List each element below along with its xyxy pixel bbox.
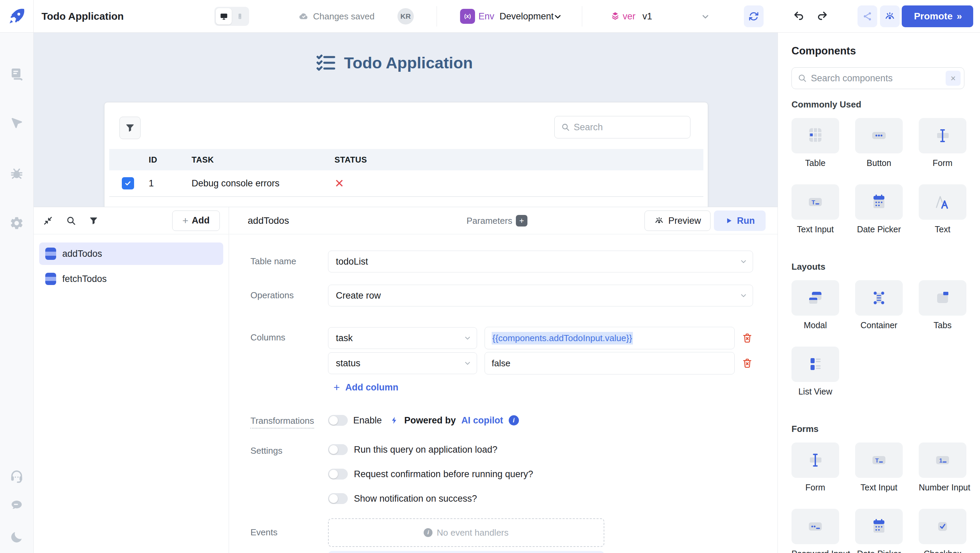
text-input-icon: T (804, 194, 826, 210)
query-list-item-addtodos[interactable]: addTodos (39, 243, 223, 265)
device-toggle[interactable] (215, 7, 249, 26)
version-layers-icon (610, 11, 620, 22)
add-parameter-button[interactable]: + (516, 215, 527, 227)
column-key-value: status (336, 358, 360, 369)
component-card-date-picker[interactable]: Date Picker (855, 184, 903, 234)
component-card-container[interactable]: Container (855, 280, 903, 330)
notify-on-success-toggle[interactable] (328, 493, 348, 504)
preview-label: Preview (668, 216, 701, 226)
table-header-id[interactable]: ID (149, 155, 192, 165)
query-list: addTodos fetchTodos (34, 234, 229, 301)
add-query-label: Add (192, 215, 210, 226)
promote-button[interactable]: Promote » (902, 5, 973, 27)
component-card-button[interactable]: Button (855, 118, 903, 168)
run-button[interactable]: Run (714, 211, 765, 231)
table-search[interactable] (554, 116, 690, 138)
component-card-text-input[interactable]: T Text Input (791, 184, 839, 234)
table-header-task[interactable]: TASK (192, 155, 334, 165)
info-icon[interactable]: i (509, 415, 519, 426)
delete-column-trash-icon[interactable] (741, 332, 753, 344)
component-card-tabs[interactable]: Tabs (919, 280, 966, 330)
columns-label: Columns (250, 327, 328, 394)
add-query-button[interactable]: + Add (172, 211, 220, 231)
refresh-button[interactable] (744, 5, 764, 27)
app-canvas: Todo Application ID TASK STATUS (34, 33, 778, 207)
search-icon (797, 73, 808, 83)
transformations-label: Transformations (250, 413, 328, 429)
component-card-modal[interactable]: Modal (791, 280, 839, 330)
table-name-label: Table name (250, 251, 328, 272)
components-search[interactable]: × (791, 67, 964, 89)
redo-button[interactable] (816, 10, 828, 22)
desktop-toggle-button[interactable] (216, 8, 232, 24)
component-card-text[interactable]: Text (919, 184, 966, 234)
version-chevron-down-icon[interactable] (700, 11, 711, 22)
table-icon (804, 127, 826, 144)
events-empty-box: i No event handlers (328, 518, 605, 547)
component-card-number-input[interactable]: 1 Number Input (919, 442, 966, 493)
inspector-pointer-icon[interactable] (9, 116, 24, 130)
preview-button[interactable]: Preview (644, 211, 711, 231)
version-selector[interactable]: v1 (643, 0, 652, 33)
form-icon (932, 127, 953, 144)
table-name-select[interactable]: todoList (328, 251, 753, 272)
database-query-icon (45, 248, 56, 260)
component-card-password-input[interactable]: Password Input (791, 509, 839, 553)
component-label: Checkbox (919, 549, 966, 553)
table-filter-button[interactable] (119, 117, 140, 139)
operations-select[interactable]: Create row (328, 284, 753, 307)
component-card-table[interactable]: Table (791, 118, 839, 168)
component-card-form[interactable]: Form (919, 118, 966, 168)
env-selector[interactable]: Development (500, 0, 554, 33)
avatar[interactable]: KR (398, 8, 414, 24)
confirm-before-run-toggle[interactable] (328, 469, 348, 480)
undo-button[interactable] (793, 10, 805, 22)
component-card-date-picker[interactable]: Date Picker (855, 509, 903, 553)
save-status-text: Changes saved (313, 11, 375, 22)
modal-icon (804, 290, 826, 306)
table-search-input[interactable] (574, 122, 684, 133)
delete-column-trash-icon[interactable] (741, 358, 753, 369)
component-card-checkbox[interactable]: Checkbox (919, 509, 966, 553)
component-card-form[interactable]: Form (791, 442, 839, 493)
query-filter-icon[interactable] (89, 216, 98, 226)
query-list-item-fetchtodos[interactable]: fetchTodos (39, 268, 223, 290)
support-headset-icon[interactable] (9, 469, 24, 484)
section-title-forms: Forms (791, 424, 964, 434)
settings-gear-icon[interactable] (9, 216, 24, 230)
filter-funnel-icon (125, 123, 135, 133)
released-version-button[interactable] (880, 5, 900, 27)
column-value-input[interactable]: {{components.addTodoInput.value}} (485, 327, 735, 349)
env-chevron-down-icon[interactable] (553, 11, 563, 22)
query-title[interactable]: addTodos (248, 207, 289, 234)
comments-chat-icon[interactable] (10, 498, 24, 512)
column-value-input[interactable]: false (485, 352, 735, 375)
ai-copilot-link[interactable]: AI copilot (461, 415, 503, 426)
row-checkbox-checked[interactable] (122, 177, 134, 189)
operations-value: Create row (336, 291, 381, 301)
app-logo[interactable] (0, 0, 34, 32)
table-row[interactable]: 1 Debug console errors ✕ (109, 170, 703, 197)
column-key-select[interactable]: task (328, 327, 477, 349)
component-card-list-view[interactable]: List View (791, 346, 839, 397)
transformations-label-text: Transformations (250, 416, 314, 429)
debugger-bug-icon[interactable] (9, 166, 24, 181)
collapse-panel-icon[interactable] (43, 215, 53, 226)
add-column-button[interactable]: + Add column (334, 381, 753, 394)
query-search-icon[interactable] (66, 215, 76, 226)
column-key-select[interactable]: status (328, 352, 477, 374)
clear-search-button[interactable]: × (946, 71, 961, 86)
component-card-text-input[interactable]: T Text Input (855, 442, 903, 493)
pages-icon[interactable] (9, 67, 24, 82)
mobile-toggle-button[interactable] (232, 8, 248, 24)
button-icon (868, 127, 890, 144)
dark-mode-moon-icon[interactable] (10, 530, 24, 544)
run-on-load-toggle[interactable] (328, 444, 348, 455)
share-button[interactable] (858, 5, 877, 27)
components-search-input[interactable] (811, 73, 942, 84)
transformations-enable-toggle[interactable] (328, 415, 348, 426)
add-column-label: Add column (345, 382, 398, 393)
table-header-status[interactable]: STATUS (334, 155, 703, 165)
canvas-title-text: Todo Application (344, 53, 473, 72)
new-event-handler-button[interactable] (328, 551, 605, 553)
